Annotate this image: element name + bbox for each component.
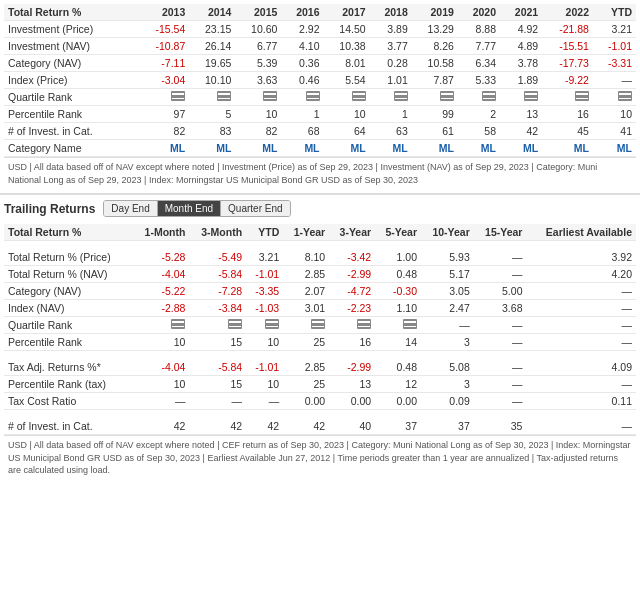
cell-value: 10.60 <box>235 21 281 38</box>
cell-value: 19.65 <box>189 55 235 72</box>
cell-value: -15.51 <box>542 38 593 55</box>
cell-value: 3.63 <box>235 72 281 89</box>
cell-value: ML <box>500 140 542 157</box>
tab-day-end[interactable]: Day End <box>104 201 157 216</box>
row-label: Tax Adj. Returns %* <box>4 359 133 376</box>
cell-value: 12 <box>375 376 421 393</box>
row-label: Percentile Rank <box>4 334 133 351</box>
cell-value: -5.84 <box>189 266 246 283</box>
cell-value: 0.09 <box>421 393 474 410</box>
cell-value: 25 <box>283 376 329 393</box>
table-row: Category NameMLMLMLMLMLMLMLMLMLMLML <box>4 140 636 157</box>
cell-value: -4.72 <box>329 283 375 300</box>
row-label: # of Invest. in Cat. <box>4 418 133 435</box>
row-label: Quartile Rank <box>4 317 133 334</box>
cell-value: 5.33 <box>458 72 500 89</box>
cell-value: -3.04 <box>138 72 189 89</box>
cell-value: 10 <box>246 376 283 393</box>
cell-value: ML <box>593 140 636 157</box>
total-return-table: Total Return % 2013 2014 2015 2016 2017 … <box>4 4 636 157</box>
cell-value: 4.10 <box>281 38 323 55</box>
row-label: Category (NAV) <box>4 283 133 300</box>
cell-value: 10 <box>133 334 190 351</box>
cell-value: 97 <box>138 106 189 123</box>
col-2013: 2013 <box>138 4 189 21</box>
cell-value: 82 <box>235 123 281 140</box>
cell-value: 37 <box>375 418 421 435</box>
trailing-returns-header: Trailing Returns Day End Month End Quart… <box>0 193 640 220</box>
cell-value: 35 <box>474 418 527 435</box>
cell-value: 41 <box>593 123 636 140</box>
cell-value: ML <box>324 140 370 157</box>
row-label: Index (Price) <box>4 72 138 89</box>
quartile-rank-icon <box>357 319 371 329</box>
cell-value: 82 <box>138 123 189 140</box>
cell-value: 5.54 <box>324 72 370 89</box>
quartile-rank-icon <box>217 91 231 101</box>
cell-value: 1.01 <box>370 72 412 89</box>
cell-value: 15 <box>189 334 246 351</box>
cell-value: 42 <box>133 418 190 435</box>
tr-col-label: Total Return % <box>4 224 133 241</box>
cell-value: — <box>526 283 636 300</box>
cell-value: -1.01 <box>246 266 283 283</box>
cell-value: 16 <box>542 106 593 123</box>
table-row: # of Invest. in Cat.4242424240373735— <box>4 418 636 435</box>
cell-value: 2 <box>458 106 500 123</box>
trailing-returns-table: Total Return % 1-Month 3-Month YTD 1-Yea… <box>4 224 636 435</box>
col-2019: 2019 <box>412 4 458 21</box>
cell-value: 16 <box>329 334 375 351</box>
cell-value: -3.42 <box>329 249 375 266</box>
cell-value: 10 <box>246 334 283 351</box>
col-2021: 2021 <box>500 4 542 21</box>
cell-value: 5.08 <box>421 359 474 376</box>
table-row: Investment (Price)-15.5423.1510.602.9214… <box>4 21 636 38</box>
cell-value: 15 <box>189 376 246 393</box>
cell-value: 3.68 <box>474 300 527 317</box>
cell-value: 10.38 <box>324 38 370 55</box>
cell-value: 1 <box>281 106 323 123</box>
col-2016: 2016 <box>281 4 323 21</box>
tab-month-end[interactable]: Month End <box>158 201 221 216</box>
cell-value: 0.11 <box>526 393 636 410</box>
quartile-rank-icon <box>440 91 454 101</box>
cell-value: 13 <box>500 106 542 123</box>
cell-value: -21.88 <box>542 21 593 38</box>
cell-value: -9.22 <box>542 72 593 89</box>
quartile-rank-icon <box>575 91 589 101</box>
cell-value: — <box>474 317 527 334</box>
cell-value: -5.22 <box>133 283 190 300</box>
tr-col-5y: 5-Year <box>375 224 421 241</box>
row-label: Percentile Rank <box>4 106 138 123</box>
table-row: # of Invest. in Cat.82838268646361584245… <box>4 123 636 140</box>
cell-value: ML <box>458 140 500 157</box>
cell-value: -10.87 <box>138 38 189 55</box>
cell-value: 10 <box>593 106 636 123</box>
trailing-returns-title: Trailing Returns <box>4 202 95 216</box>
spacer-row <box>4 410 636 419</box>
total-return-note: USD | All data based off of NAV except w… <box>4 157 636 189</box>
cell-value: 3.21 <box>593 21 636 38</box>
cell-value: 0.48 <box>375 266 421 283</box>
cell-value: 8.01 <box>324 55 370 72</box>
cell-value: 5 <box>189 106 235 123</box>
trailing-returns-section: Total Return % 1-Month 3-Month YTD 1-Yea… <box>0 220 640 484</box>
cell-value: 83 <box>189 123 235 140</box>
col-2017: 2017 <box>324 4 370 21</box>
cell-value: 4.20 <box>526 266 636 283</box>
tab-quarter-end[interactable]: Quarter End <box>221 201 289 216</box>
cell-value: 2.85 <box>283 359 329 376</box>
row-label: # of Invest. in Cat. <box>4 123 138 140</box>
cell-value: -2.99 <box>329 266 375 283</box>
cell-value: -1.03 <box>246 300 283 317</box>
cell-value: 14.50 <box>324 21 370 38</box>
cell-value: — <box>526 376 636 393</box>
spacer-row <box>4 241 636 250</box>
cell-value: 1.10 <box>375 300 421 317</box>
table-row: Total Return % (NAV)-4.04-5.84-1.012.85-… <box>4 266 636 283</box>
cell-value: 64 <box>324 123 370 140</box>
table-row: Total Return % (Price)-5.28-5.493.218.10… <box>4 249 636 266</box>
cell-value: -17.73 <box>542 55 593 72</box>
cell-value: 0.46 <box>281 72 323 89</box>
cell-value: ML <box>370 140 412 157</box>
